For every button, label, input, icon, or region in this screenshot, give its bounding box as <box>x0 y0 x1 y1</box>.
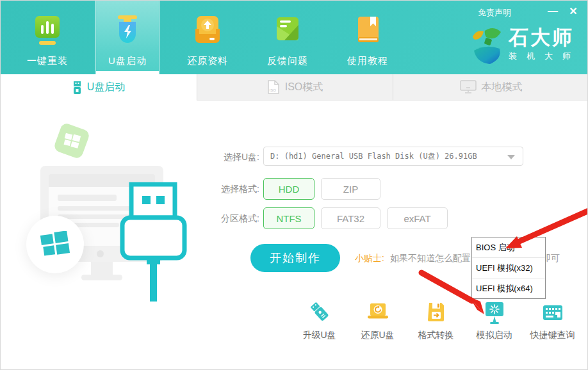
floppy-convert-icon <box>424 300 448 326</box>
tool-simulate-boot[interactable]: 模拟启动 <box>465 300 523 341</box>
usb-select-value: D: (hd1) General USB Flash Disk (U盘) 26.… <box>270 151 477 162</box>
brand-subtitle: 装机大师 <box>509 51 580 62</box>
tab-label: U盘启动 <box>87 81 126 94</box>
tool-label: 格式转换 <box>418 330 454 341</box>
main-nav: 一键重装 U盘启动 <box>15 1 416 74</box>
nav-item-label: 反馈问题 <box>267 55 308 67</box>
boot-mode-popup: BIOS 启动 UEFI 模拟(x32) UEFI 模拟(x64) <box>471 237 546 299</box>
format-label: 选择格式: <box>211 184 259 195</box>
popup-item-bios[interactable]: BIOS 启动 <box>472 237 545 258</box>
brand-logo: 石大师 装机大师 <box>470 26 580 66</box>
chevron-down-icon <box>507 155 515 159</box>
disclaimer-link[interactable]: 免责声明 <box>478 7 511 19</box>
nav-item-feedback[interactable]: 反馈问题 <box>256 1 320 74</box>
tool-label: 升级U盘 <box>302 330 336 341</box>
partition-option-exfat[interactable]: exFAT <box>387 207 448 229</box>
nav-item-restore-data[interactable]: 还原资料 <box>176 1 240 74</box>
popup-item-uefi-x64[interactable]: UEFI 模拟(x64) <box>472 278 545 299</box>
popup-item-uefi-x32[interactable]: UEFI 模拟(x32) <box>472 258 545 278</box>
mode-tabbar: U盘启动 ISO ISO模式 本地模式 <box>1 74 588 101</box>
bottom-toolbar: 升级U盘 还原U盘 格式转换 <box>290 300 582 341</box>
tool-format-convert[interactable]: 格式转换 <box>407 300 465 341</box>
tip-label: 小贴士: <box>355 253 384 264</box>
laptop-restore-icon <box>366 300 390 326</box>
tab-label: 本地模式 <box>482 81 523 94</box>
windows-flag-icon <box>40 231 70 258</box>
tool-label: 快捷键查询 <box>530 330 575 341</box>
windows-badge <box>26 216 84 273</box>
windows-watermark-icon <box>53 122 91 160</box>
svg-text:ISO: ISO <box>269 88 276 92</box>
tool-label: 模拟启动 <box>477 330 512 341</box>
usb-drive-icon <box>72 81 82 95</box>
start-make-button[interactable]: 开始制作 <box>250 244 340 272</box>
tool-label: 还原U盘 <box>361 330 394 341</box>
nav-item-label: U盘启动 <box>108 55 147 67</box>
windows-logo-icon <box>61 131 83 150</box>
brand-title: 石大师 <box>509 26 580 49</box>
monitor-stand <box>91 262 113 275</box>
feedback-envelope-icon <box>272 13 304 49</box>
nav-item-label: 一键重装 <box>27 55 68 67</box>
format-option-hdd[interactable]: HDD <box>263 178 314 200</box>
restore-tray-icon <box>192 13 224 49</box>
header: 一键重装 U盘启动 <box>1 1 588 74</box>
tool-shortcut-query[interactable]: 快捷键查询 <box>523 300 582 341</box>
chart-icon <box>31 13 63 49</box>
tool-upgrade-usb[interactable]: 升级U盘 <box>290 300 348 341</box>
tab-usb-boot[interactable]: U盘启动 <box>1 74 197 101</box>
tool-restore-usb[interactable]: 还原U盘 <box>348 300 407 341</box>
usb-select-dropdown[interactable]: D: (hd1) General USB Flash Disk (U盘) 26.… <box>263 147 523 166</box>
tab-local-mode[interactable]: 本地模式 <box>393 74 588 101</box>
minimize-button[interactable]: — <box>545 4 560 19</box>
format-option-zip[interactable]: ZIP <box>321 178 380 200</box>
usb-select-label: 选择U盘: <box>211 152 259 163</box>
keyboard-shortcut-icon <box>541 300 565 326</box>
usb-upgrade-icon <box>307 300 332 326</box>
nav-item-tutorial[interactable]: 使用教程 <box>336 1 400 74</box>
nav-item-label: 还原资料 <box>187 55 228 67</box>
monitor-icon <box>460 80 477 94</box>
iso-file-icon: ISO <box>267 79 280 95</box>
tab-label: ISO模式 <box>285 81 323 94</box>
nav-item-usb-boot[interactable]: U盘启动 <box>95 1 159 74</box>
brand-logo-text: 石大师 装机大师 <box>509 26 580 66</box>
tab-iso-mode[interactable]: ISO ISO模式 <box>197 74 393 101</box>
nav-item-label: 使用教程 <box>347 55 388 67</box>
partition-option-ntfs[interactable]: NTFS <box>263 207 314 229</box>
nav-item-one-key-reinstall[interactable]: 一键重装 <box>15 1 79 74</box>
usb-shield-icon <box>111 13 143 49</box>
book-icon <box>352 13 384 49</box>
app-window: 一键重装 U盘启动 <box>0 0 588 370</box>
partition-option-fat32[interactable]: FAT32 <box>321 207 380 229</box>
usb-plug-illustration <box>116 179 192 307</box>
monitor-simulate-icon <box>482 300 507 326</box>
brand-logo-mark-icon <box>470 26 505 66</box>
close-button[interactable]: ✕ <box>566 4 581 19</box>
partition-label: 分区格式: <box>211 213 259 225</box>
tip-text-left: 如果不知道怎么配置 <box>390 253 471 264</box>
